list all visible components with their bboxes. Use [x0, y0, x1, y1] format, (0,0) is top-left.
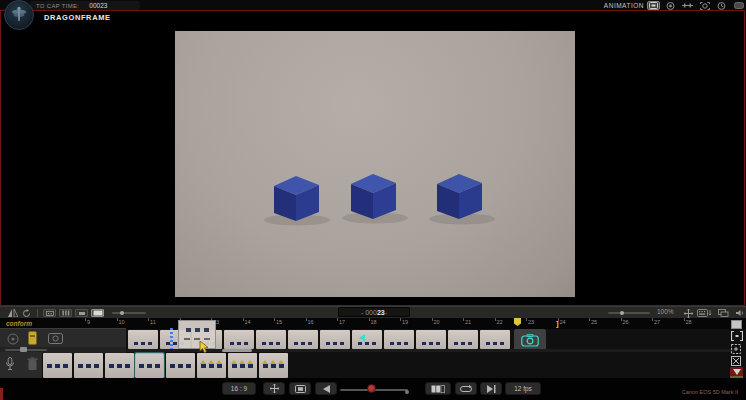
timeline-right-toolbar	[729, 318, 746, 380]
to-cap-value: 00023	[89, 2, 107, 9]
live-view-toggle-button[interactable]	[647, 1, 660, 10]
rotate-view-icon[interactable]	[22, 309, 31, 318]
frame-thumbnail[interactable]	[448, 330, 478, 349]
timeline-scrollbar-thumb[interactable]	[222, 349, 252, 352]
current-take-icon[interactable]	[28, 331, 37, 345]
counter-value: 23	[377, 309, 385, 316]
frame-thumbnail[interactable]	[224, 330, 254, 349]
left-edge-marker	[0, 388, 3, 400]
thumb-size-slider-handle[interactable]	[120, 311, 124, 315]
timeline-scrollbar[interactable]	[126, 349, 735, 352]
trim-frames-icon[interactable]	[730, 331, 743, 341]
step-axis-button[interactable]	[681, 1, 694, 10]
frame-thumbnail[interactable]	[43, 353, 72, 378]
frame-ruler-tick: 17	[337, 318, 338, 321]
frame-ruler-tick: 18	[369, 318, 370, 321]
take-badge-icon[interactable]	[7, 333, 19, 345]
frame-ruler-tick: 19	[400, 318, 401, 321]
frame-ruler-tick: 15	[274, 318, 275, 321]
pan-view-icon[interactable]	[684, 309, 693, 318]
view-mode-small-button[interactable]	[75, 309, 88, 317]
counter-suffix: -	[385, 309, 387, 316]
frame-ruler-tick: 10	[117, 318, 118, 321]
monitor-frame-icon[interactable]	[730, 319, 743, 329]
video-assist-button[interactable]	[732, 1, 745, 10]
fps-button[interactable]: 12 fps	[505, 382, 541, 395]
time-lapse-button[interactable]	[715, 1, 728, 10]
frame-ruler-tick: 22	[495, 318, 496, 321]
frame-thumbnail[interactable]	[166, 353, 195, 378]
frame-ruler-tick: 20	[432, 318, 433, 321]
capture-camera-icon	[521, 334, 539, 347]
capture-position-cell[interactable]	[514, 329, 546, 351]
frame-ruler-tick: 28	[684, 318, 685, 321]
compare-flip-icon[interactable]	[8, 309, 18, 317]
dragonframe-window: TO CAP TIME: 00023 DRAGONFRAME ANIMATION	[0, 0, 746, 400]
view-mode-grid-button[interactable]	[59, 309, 72, 317]
frame-thumbnail[interactable]	[320, 330, 350, 349]
capture-source-icon[interactable]	[48, 332, 63, 344]
opacity-slider[interactable]	[608, 312, 650, 314]
frame-counter: - 00023 -	[338, 307, 410, 317]
live-view-image	[175, 31, 575, 297]
counter-prefix: - 000	[361, 309, 377, 316]
end-bracket-marker: ]	[556, 319, 559, 328]
play-reverse-button[interactable]	[315, 382, 337, 395]
dragged-frame-ghost[interactable]	[178, 320, 216, 349]
dragonframe-logo-icon	[4, 0, 34, 30]
auto-focus-button[interactable]	[698, 1, 711, 10]
track-label: conform	[6, 320, 32, 327]
view-mode-wide-button[interactable]	[91, 309, 104, 317]
loop-playback-button[interactable]	[455, 382, 477, 395]
frame-thumbnail-selected[interactable]	[135, 353, 164, 378]
keyboard-shortcuts-icon[interactable]	[697, 309, 712, 317]
frame-thumbnail[interactable]	[228, 353, 257, 378]
frame-ruler-tick: 21	[463, 318, 464, 321]
microphone-icon[interactable]	[5, 357, 15, 372]
frame-thumbnail[interactable]	[197, 353, 226, 378]
audio-volume-icon[interactable]	[736, 309, 745, 317]
three-blue-cubes-scene	[175, 31, 575, 297]
frame-thumbnail[interactable]	[105, 353, 134, 378]
frame-thumbnail[interactable]	[288, 330, 318, 349]
display-output-icon[interactable]	[718, 309, 729, 317]
transport-bar: 16 : 9 12 fps Canon EOS 5D Mark II	[0, 378, 746, 400]
delete-frame-icon[interactable]	[730, 356, 743, 366]
frame-thumbnail[interactable]	[256, 330, 286, 349]
black-out-button[interactable]	[289, 382, 311, 395]
audio-sync-marker[interactable]	[359, 334, 365, 342]
frame-ruler-tick: 23	[526, 318, 527, 321]
shuttle-knob[interactable]	[367, 384, 376, 393]
frame-strip-button[interactable]	[425, 382, 451, 395]
frame-thumbnail[interactable]	[259, 353, 288, 378]
zoom-level: 100%	[657, 308, 674, 315]
timeline-panel: 910111213141516171819202122232425262728 …	[0, 318, 746, 378]
frame-ruler-tick: 26	[621, 318, 622, 321]
frame-thumbnail[interactable]	[480, 330, 510, 349]
mouse-cursor-icon	[199, 341, 209, 354]
insert-frame-icon[interactable]	[730, 344, 743, 354]
frame-ruler-tick: 16	[306, 318, 307, 321]
to-cap-label: TO CAP TIME:	[36, 3, 79, 9]
to-capture-time: TO CAP TIME: 00023	[30, 1, 140, 10]
frame-thumbnail[interactable]	[74, 353, 103, 378]
shuttle-end-dot	[405, 390, 409, 394]
frame-thumbnail[interactable]	[384, 330, 414, 349]
thumb-size-slider[interactable]	[112, 312, 146, 314]
move-tool-button[interactable]	[263, 382, 285, 395]
view-mode-detail-button[interactable]	[43, 309, 56, 317]
step-to-live-button[interactable]	[480, 382, 502, 395]
aspect-ratio-button[interactable]: 16 : 9	[222, 382, 256, 395]
frame-ruler-tick: 27	[652, 318, 653, 321]
camera-name: Canon EOS 5D Mark II	[682, 389, 738, 395]
trash-icon[interactable]	[27, 357, 38, 371]
frame-thumbnail[interactable]	[128, 330, 158, 349]
capture-review-button[interactable]	[664, 1, 677, 10]
frame-thumbnail[interactable]	[416, 330, 446, 349]
frame-ruler-tick: 11	[148, 318, 149, 321]
frame-ruler-tick: 9	[85, 318, 86, 321]
workspace-label: ANIMATION	[604, 2, 644, 9]
opacity-slider-handle[interactable]	[620, 311, 624, 315]
frame-thumbnail[interactable]	[352, 330, 382, 349]
frame-ruler-tick: 25	[589, 318, 590, 321]
